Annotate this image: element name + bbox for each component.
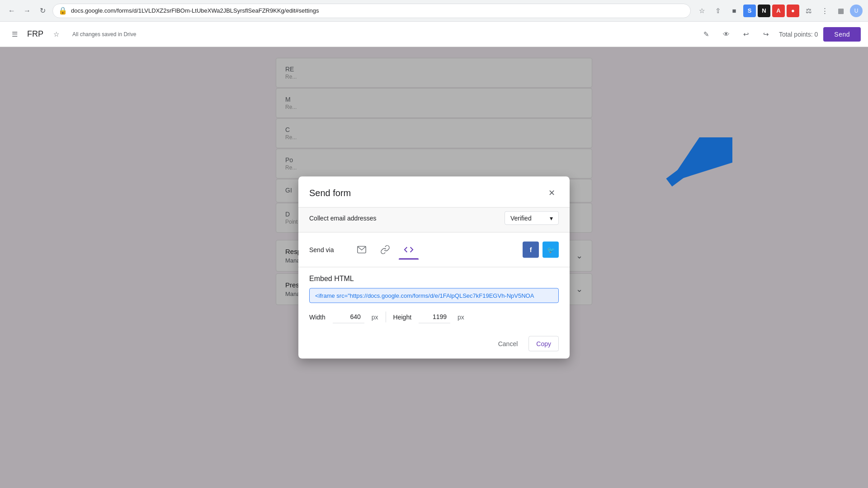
extension-1-icon[interactable]: N xyxy=(758,5,770,17)
tab-grid-icon[interactable]: ▦ xyxy=(834,4,848,18)
reload-button[interactable]: ↻ xyxy=(36,5,49,17)
browser-chrome: ← → ↻ 🔒 docs.google.com/forms/d/1LVLDXZ2… xyxy=(0,0,868,22)
verified-dropdown[interactable]: Verified ▾ xyxy=(505,211,559,225)
collect-email-section: Collect email addresses Verified ▾ xyxy=(298,207,570,233)
total-points: Total points: 0 xyxy=(779,31,818,38)
star-icon[interactable]: ☆ xyxy=(49,27,63,42)
browser-nav-icons: ← → ↻ xyxy=(5,5,49,17)
dialog-footer: Cancel Copy xyxy=(298,331,570,359)
cancel-button[interactable]: Cancel xyxy=(491,337,525,351)
embed-section: Embed HTML <iframe src="https://docs.goo… xyxy=(298,267,570,331)
send-via-social: f 🐦 xyxy=(523,242,559,258)
hamburger-icon[interactable]: ☰ xyxy=(7,27,22,42)
lock-icon: 🔒 xyxy=(58,6,67,15)
user-avatar[interactable]: U xyxy=(850,5,863,17)
verified-label: Verified xyxy=(510,215,532,222)
main-content: RE Re... M Re... C Re... Po Re... GI D P… xyxy=(0,47,868,488)
share-icon[interactable]: ⇧ xyxy=(711,4,725,18)
send-via-icons xyxy=(352,240,419,260)
palette-icon[interactable]: ✎ xyxy=(699,27,714,42)
copy-button[interactable]: Copy xyxy=(528,336,559,352)
dialog-title: Send form xyxy=(309,188,351,198)
send-button[interactable]: Send xyxy=(823,27,861,42)
send-via-row: Send via xyxy=(309,240,559,260)
facebook-button[interactable]: f xyxy=(523,242,539,258)
sss-ext-icon[interactable]: S xyxy=(743,5,756,17)
dimension-row: Width px Height px xyxy=(309,310,559,324)
close-button[interactable]: ✕ xyxy=(544,186,559,200)
collect-email-label: Collect email addresses xyxy=(309,215,377,222)
send-via-section: Send via xyxy=(298,233,570,267)
twitter-button[interactable]: 🐦 xyxy=(542,242,559,258)
height-input[interactable] xyxy=(419,310,450,324)
dropdown-chevron-icon: ▾ xyxy=(550,215,553,222)
menu-icon[interactable]: ⋮ xyxy=(817,4,832,18)
app-bar-right: ✎ 👁 ↩ ↪ Total points: 0 Send xyxy=(699,27,861,42)
save-status: All changes saved in Drive xyxy=(72,31,136,38)
dialog-header: Send form ✕ xyxy=(298,177,570,207)
embed-title: Embed HTML xyxy=(309,275,559,283)
adblock-icon[interactable]: A xyxy=(772,5,785,17)
width-input[interactable] xyxy=(333,310,364,324)
send-form-dialog: Send form ✕ Collect email addresses Veri… xyxy=(298,177,570,359)
embed-code-input[interactable]: <iframe src="https://docs.google.com/for… xyxy=(309,288,559,303)
extensions-icon[interactable]: ■ xyxy=(727,4,741,18)
height-label: Height xyxy=(393,313,411,320)
app-bar: ☰ FRP ☆ All changes saved in Drive ✎ 👁 ↩… xyxy=(0,22,868,47)
width-unit: px xyxy=(372,313,378,320)
undo-icon[interactable]: ↩ xyxy=(739,27,754,42)
app-title: FRP xyxy=(27,29,43,39)
address-bar[interactable]: 🔒 docs.google.com/forms/d/1LVLDXZ2srFlBO… xyxy=(52,4,691,18)
height-unit: px xyxy=(458,313,464,320)
puzzle-icon[interactable]: ⚖ xyxy=(801,4,816,18)
send-via-label: Send via xyxy=(309,246,341,253)
preview-icon[interactable]: 👁 xyxy=(719,27,734,42)
send-via-link-button[interactable] xyxy=(375,240,395,260)
extension-2-icon[interactable]: ● xyxy=(787,5,799,17)
width-label: Width xyxy=(309,313,326,320)
browser-toolbar-right: ☆ ⇧ ■ S N A ● ⚖ ⋮ ▦ U xyxy=(694,4,863,18)
send-via-email-button[interactable] xyxy=(352,240,372,260)
send-via-embed-button[interactable] xyxy=(399,240,419,260)
back-button[interactable]: ← xyxy=(5,5,18,17)
url-text: docs.google.com/forms/d/1LVLDXZ2srFlBOm-… xyxy=(71,7,685,14)
forward-button[interactable]: → xyxy=(21,5,33,17)
dimension-separator xyxy=(386,311,386,322)
redo-icon[interactable]: ↪ xyxy=(759,27,774,42)
bookmark-icon[interactable]: ☆ xyxy=(694,4,709,18)
